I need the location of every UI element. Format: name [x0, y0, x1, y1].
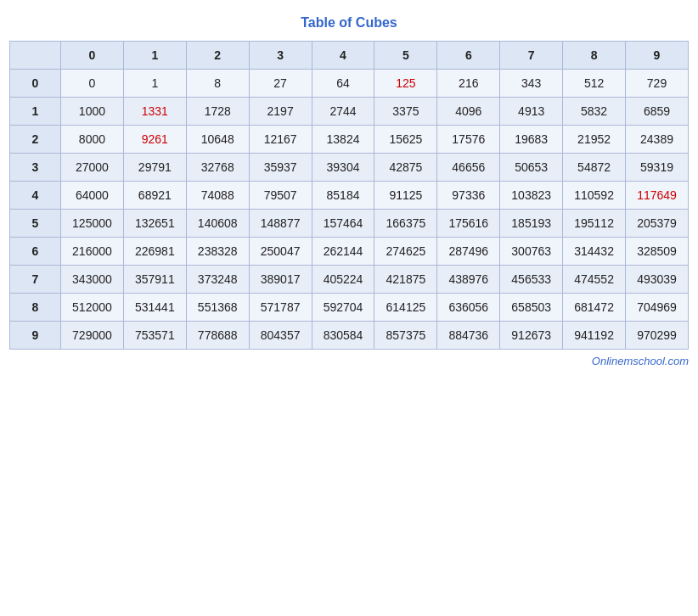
- table-cell: 571787: [249, 294, 312, 322]
- table-cell: 328509: [626, 238, 689, 266]
- row-header-9: 9: [10, 322, 61, 350]
- col-header-0: 0: [61, 42, 124, 70]
- table-cell: 250047: [249, 238, 312, 266]
- table-cell: 46656: [437, 154, 500, 182]
- table-cell: 125000: [61, 210, 124, 238]
- table-cell: 9261: [123, 126, 186, 154]
- table-cell: 175616: [437, 210, 500, 238]
- table-cell: 493039: [626, 266, 689, 294]
- table-cell: 103823: [500, 182, 563, 210]
- row-header-6: 6: [10, 238, 61, 266]
- row-header-5: 5: [10, 210, 61, 238]
- table-cell: 85184: [312, 182, 374, 210]
- table-cell: 35937: [249, 154, 312, 182]
- table-cell: 1728: [186, 98, 249, 126]
- table-cell: 636056: [437, 294, 500, 322]
- row-header-8: 8: [10, 294, 61, 322]
- table-cell: 343000: [61, 266, 124, 294]
- table-cell: 238328: [186, 238, 249, 266]
- table-cell: 373248: [186, 266, 249, 294]
- table-cell: 24389: [626, 126, 689, 154]
- table-cell: 42875: [374, 154, 437, 182]
- col-header-7: 7: [500, 42, 563, 70]
- table-cell: 195112: [563, 210, 626, 238]
- table-cell: 140608: [186, 210, 249, 238]
- table-cell: 226981: [123, 238, 186, 266]
- table-cell: 64: [312, 70, 374, 98]
- table-cell: 421875: [374, 266, 437, 294]
- table-cell: 1: [123, 70, 186, 98]
- table-cell: 4096: [437, 98, 500, 126]
- table-cell: 551368: [186, 294, 249, 322]
- table-body: 0018276412521634351272911000133117282197…: [10, 70, 689, 350]
- table-cell: 59319: [626, 154, 689, 182]
- table-cell: 54872: [563, 154, 626, 182]
- table-cell: 3375: [374, 98, 437, 126]
- table-cell: 125: [374, 70, 437, 98]
- table-cell: 704969: [626, 294, 689, 322]
- table-cell: 110592: [563, 182, 626, 210]
- table-cell: 185193: [500, 210, 563, 238]
- table-cell: 753571: [123, 322, 186, 350]
- table-cell: 29791: [123, 154, 186, 182]
- table-cell: 405224: [312, 266, 374, 294]
- table-cell: 15625: [374, 126, 437, 154]
- footer-text: Onlinemschool.com: [9, 355, 689, 367]
- table-cell: 148877: [249, 210, 312, 238]
- corner-header: [10, 42, 61, 70]
- table-row: 2800092611064812167138241562517576196832…: [10, 126, 689, 154]
- table-row: 5125000132651140608148877157464166375175…: [10, 210, 689, 238]
- table-cell: 0: [61, 70, 124, 98]
- table-cell: 216: [437, 70, 500, 98]
- table-cell: 12167: [249, 126, 312, 154]
- table-cell: 314432: [563, 238, 626, 266]
- table-cell: 64000: [61, 182, 124, 210]
- table-cell: 19683: [500, 126, 563, 154]
- table-cell: 79507: [249, 182, 312, 210]
- row-header-0: 0: [10, 70, 61, 98]
- table-cell: 4913: [500, 98, 563, 126]
- table-row: 6216000226981238328250047262144274625287…: [10, 238, 689, 266]
- table-cell: 681472: [563, 294, 626, 322]
- col-header-1: 1: [123, 42, 186, 70]
- cubes-table: 0123456789 00182764125216343512729110001…: [9, 41, 689, 350]
- table-cell: 2197: [249, 98, 312, 126]
- table-cell: 1000: [61, 98, 124, 126]
- page-title: Table of Cubes: [301, 15, 397, 31]
- table-cell: 941192: [563, 322, 626, 350]
- table-cell: 970299: [626, 322, 689, 350]
- table-cell: 27: [249, 70, 312, 98]
- table-cell: 205379: [626, 210, 689, 238]
- table-cell: 474552: [563, 266, 626, 294]
- table-cell: 1331: [123, 98, 186, 126]
- table-cell: 50653: [500, 154, 563, 182]
- table-cell: 287496: [437, 238, 500, 266]
- table-row: 9729000753571778688804357830584857375884…: [10, 322, 689, 350]
- table-cell: 32768: [186, 154, 249, 182]
- table-row: 1100013311728219727443375409649135832685…: [10, 98, 689, 126]
- table-cell: 17576: [437, 126, 500, 154]
- table-cell: 884736: [437, 322, 500, 350]
- table-cell: 8000: [61, 126, 124, 154]
- table-header: 0123456789: [10, 42, 689, 70]
- table-cell: 300763: [500, 238, 563, 266]
- col-header-3: 3: [249, 42, 312, 70]
- row-header-7: 7: [10, 266, 61, 294]
- table-cell: 857375: [374, 322, 437, 350]
- table-cell: 10648: [186, 126, 249, 154]
- table-cell: 27000: [61, 154, 124, 182]
- col-header-2: 2: [186, 42, 249, 70]
- table-cell: 343: [500, 70, 563, 98]
- table-row: 3270002979132768359373930442875466565065…: [10, 154, 689, 182]
- col-header-9: 9: [626, 42, 689, 70]
- table-row: 7343000357911373248389017405224421875438…: [10, 266, 689, 294]
- table-cell: 216000: [61, 238, 124, 266]
- table-cell: 91125: [374, 182, 437, 210]
- table-cell: 97336: [437, 182, 500, 210]
- table-cell: 5832: [563, 98, 626, 126]
- table-row: 4640006892174088795078518491125973361038…: [10, 182, 689, 210]
- table-cell: 6859: [626, 98, 689, 126]
- table-cell: 262144: [312, 238, 374, 266]
- table-cell: 592704: [312, 294, 374, 322]
- table-cell: 778688: [186, 322, 249, 350]
